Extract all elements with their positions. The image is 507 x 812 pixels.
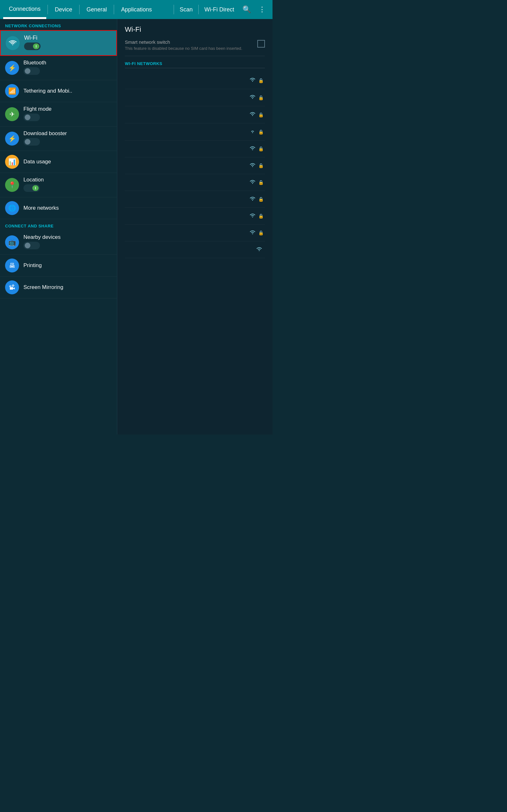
wifi-network-1[interactable]: 🔒	[125, 72, 265, 89]
sidebar-item-wifi[interactable]: Wi-Fi	[0, 30, 117, 56]
connect-share-label: CONNECT AND SHARE	[0, 219, 117, 230]
search-icon[interactable]: 🔍	[239, 5, 255, 14]
sidebar-item-screenmirroring[interactable]: 📽 Screen Mirroring	[0, 276, 117, 299]
tab-device[interactable]: Device	[49, 0, 78, 19]
wifi-toggle[interactable]	[24, 43, 41, 50]
wifi-signal-icon-1	[248, 77, 257, 84]
nav-divider-1	[48, 5, 48, 14]
datausage-content: Data usage	[23, 159, 112, 165]
downloadbooster-content: Download booster	[23, 131, 112, 147]
location-label: Location	[23, 177, 112, 183]
sidebar-item-printing[interactable]: 🖶 Printing	[0, 255, 117, 276]
tab-connections[interactable]: Connections	[3, 0, 46, 19]
bluetooth-icon: ⚡	[5, 61, 19, 75]
nearbydevices-label: Nearby devices	[23, 234, 112, 241]
wifi-network-3[interactable]: 🔒	[125, 106, 265, 123]
more-vert-icon[interactable]: ⋮	[255, 5, 269, 14]
bluetooth-content: Bluetooth	[23, 60, 112, 76]
flightmode-toggle[interactable]	[23, 113, 40, 121]
sidebar-item-downloadbooster[interactable]: ⚡ Download booster	[0, 126, 117, 151]
sidebar-item-bluetooth[interactable]: ⚡ Bluetooth	[0, 56, 117, 80]
left-panel: NETWORK CONNECTIONS Wi-Fi ⚡ B	[0, 19, 117, 435]
flightmode-content: Flight mode	[23, 106, 112, 122]
wifi-network-6[interactable]: 🔒	[125, 157, 265, 174]
wifi-direct-button[interactable]: Wi-Fi Direct	[200, 6, 239, 13]
nearbydevices-icon: 📺	[5, 235, 19, 249]
wifi-title: Wi-Fi	[125, 26, 265, 34]
wifi-signal-icon-9	[248, 212, 257, 220]
wifi-network-2[interactable]: 🔒	[125, 89, 265, 106]
smart-switch-text-block: Smart network switch This feature is dis…	[125, 39, 242, 51]
lock-icon-6: 🔒	[258, 163, 264, 168]
smart-switch-label: Smart network switch	[125, 39, 242, 45]
flightmode-label: Flight mode	[23, 106, 112, 112]
downloadbooster-label: Download booster	[23, 131, 112, 137]
datausage-icon: 📊	[5, 155, 19, 169]
sidebar-item-nearbydevices[interactable]: 📺 Nearby devices	[0, 230, 117, 255]
morenetworks-icon: 🌐	[5, 201, 19, 215]
smart-switch-desc: This feature is disabled because no SIM …	[125, 46, 242, 51]
printing-icon: 🖶	[5, 258, 19, 272]
nav-divider-2	[79, 5, 79, 14]
lock-icon-7: 🔒	[258, 180, 264, 185]
bluetooth-toggle[interactable]	[23, 67, 40, 75]
sidebar-item-location[interactable]: 📍 Location	[0, 173, 117, 197]
nav-divider-3	[114, 5, 114, 14]
screenmirroring-icon: 📽	[5, 281, 19, 294]
wifi-signal-icon-3	[248, 111, 257, 119]
tethering-content: Tethering and Mobi..	[23, 88, 112, 94]
wifi-signal-icon-4	[248, 128, 257, 136]
top-nav: Connections Device General Applications …	[0, 0, 273, 19]
scan-button[interactable]: Scan	[175, 6, 197, 13]
nearbydevices-toggle[interactable]	[23, 242, 40, 249]
wifi-item-content: Wi-Fi	[24, 35, 41, 51]
smart-switch-checkbox[interactable]	[257, 40, 265, 48]
lock-icon-2: 🔒	[258, 95, 264, 100]
flightmode-icon: ✈	[5, 107, 19, 121]
morenetworks-content: More networks	[23, 205, 112, 211]
wifi-networks-label: WI-FI NETWORKS	[125, 61, 265, 68]
wifi-network-7[interactable]: 🔒	[125, 174, 265, 191]
screenmirroring-label: Screen Mirroring	[23, 284, 112, 291]
tethering-icon: 📶	[5, 84, 19, 98]
sidebar-item-datausage[interactable]: 📊 Data usage	[0, 151, 117, 173]
datausage-label: Data usage	[23, 159, 112, 165]
lock-icon-5: 🔒	[258, 146, 264, 151]
wifi-label: Wi-Fi	[24, 35, 41, 41]
lock-icon-1: 🔒	[258, 78, 264, 83]
nav-divider-4	[174, 5, 174, 14]
wifi-signal-icon-8	[248, 195, 257, 203]
screenmirroring-content: Screen Mirroring	[23, 284, 112, 291]
sidebar-item-morenetworks[interactable]: 🌐 More networks	[0, 197, 117, 219]
lock-icon-10: 🔒	[258, 230, 264, 235]
downloadbooster-icon: ⚡	[5, 132, 19, 146]
nav-divider-5	[199, 5, 199, 14]
printing-content: Printing	[23, 262, 112, 269]
location-icon: 📍	[5, 178, 19, 192]
network-connections-label: NETWORK CONNECTIONS	[0, 19, 117, 30]
wifi-network-5[interactable]: 🔒	[125, 141, 265, 157]
location-toggle[interactable]	[23, 184, 40, 192]
morenetworks-label: More networks	[23, 205, 112, 211]
tab-applications[interactable]: Applications	[115, 0, 158, 19]
wifi-network-10[interactable]: 🔒	[125, 224, 265, 241]
wifi-network-4[interactable]: 🔒	[125, 123, 265, 141]
lock-icon-9: 🔒	[258, 213, 264, 218]
bluetooth-label: Bluetooth	[23, 60, 112, 66]
downloadbooster-toggle[interactable]	[23, 138, 40, 146]
printing-label: Printing	[23, 262, 112, 269]
main-layout: NETWORK CONNECTIONS Wi-Fi ⚡ B	[0, 19, 273, 435]
lock-icon-3: 🔒	[258, 112, 264, 117]
wifi-signal-icon-11	[255, 246, 264, 253]
wifi-network-9[interactable]: 🔒	[125, 208, 265, 224]
wifi-signal-icon-10	[248, 229, 257, 237]
tab-general[interactable]: General	[81, 0, 112, 19]
location-content: Location	[23, 177, 112, 193]
wifi-signal-icon-7	[248, 179, 257, 186]
nearbydevices-content: Nearby devices	[23, 234, 112, 251]
sidebar-item-flightmode[interactable]: ✈ Flight mode	[0, 102, 117, 126]
right-panel: Wi-Fi Smart network switch This feature …	[117, 19, 273, 435]
wifi-network-11[interactable]	[125, 241, 265, 258]
sidebar-item-tethering[interactable]: 📶 Tethering and Mobi..	[0, 80, 117, 102]
wifi-network-8[interactable]: 🔒	[125, 191, 265, 208]
